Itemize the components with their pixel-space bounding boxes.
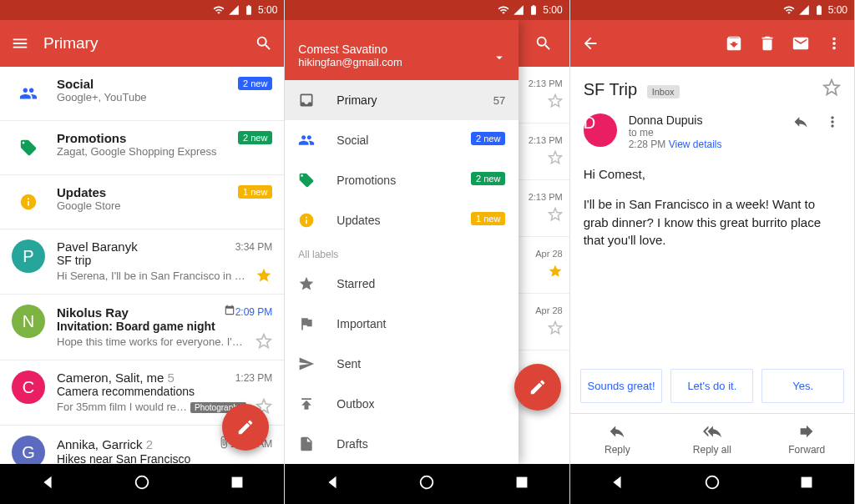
message-time: 1:23 PM xyxy=(235,372,273,384)
reply-icon-button[interactable] xyxy=(781,118,809,133)
mark-unread-button[interactable] xyxy=(791,33,811,53)
message-row[interactable]: NNikolus Ray 2:09 PMInvitation: Board ga… xyxy=(0,295,284,360)
info-icon xyxy=(12,185,45,219)
back-button[interactable] xyxy=(580,33,600,53)
bottom-actions: Reply Reply all Forward xyxy=(570,413,854,464)
category-promotions[interactable]: PromotionsZagat, Google Shopping Express… xyxy=(0,121,284,175)
drawer-item-social[interactable]: Social2 new xyxy=(285,120,519,160)
message-row[interactable]: PPavel Baranyk3:34 PMSF tripHi Serena, I… xyxy=(0,229,284,295)
message-preview: Hope this time works for everyone. I'm… xyxy=(57,335,250,348)
reply-all-action[interactable]: Reply all xyxy=(665,414,759,464)
category-sub: Google Store xyxy=(57,199,226,212)
smart-reply-button[interactable]: Sounds great! xyxy=(580,369,663,403)
calendar-icon xyxy=(224,305,235,320)
drawer-item-starred[interactable]: Starred xyxy=(285,264,519,304)
info-icon xyxy=(298,212,316,229)
sender-to: to me xyxy=(629,127,769,139)
star-button[interactable] xyxy=(548,320,563,339)
new-badge: 2 new xyxy=(238,131,272,144)
status-time: 5:00 xyxy=(543,4,562,16)
app-bar: Primary xyxy=(0,20,284,67)
star-button[interactable] xyxy=(548,264,563,282)
back-nav[interactable] xyxy=(323,473,341,495)
search-button[interactable] xyxy=(254,33,274,53)
status-bar: 5:00 xyxy=(285,0,569,20)
more-icon-button[interactable] xyxy=(812,118,841,133)
recent-nav[interactable] xyxy=(228,473,246,495)
drawer-item-important[interactable]: Important xyxy=(285,304,519,344)
account-email: hikingfan@gmail.com xyxy=(298,56,505,68)
battery-icon xyxy=(243,4,255,16)
smart-reply-button[interactable]: Yes. xyxy=(761,369,844,403)
svg-point-6 xyxy=(706,476,718,489)
outbox-icon xyxy=(298,396,316,412)
smart-reply-button[interactable]: Let's do it. xyxy=(670,369,753,403)
home-nav[interactable] xyxy=(417,473,436,495)
status-bar: 5:00 xyxy=(0,0,284,20)
star-button[interactable] xyxy=(255,267,272,284)
compose-fab[interactable] xyxy=(514,364,561,411)
sender-name: Donna Dupuis xyxy=(629,113,769,127)
drawer-item-promotions[interactable]: Promotions2 new xyxy=(285,160,519,200)
archive-button[interactable] xyxy=(724,33,744,53)
svg-rect-7 xyxy=(802,477,812,488)
view-details-link[interactable]: View details xyxy=(669,139,722,150)
obscured-time: Apr 28 xyxy=(535,249,562,259)
hamburger-icon xyxy=(11,34,29,53)
forward-action[interactable]: Forward xyxy=(760,414,854,464)
message-time: 3:34 PM xyxy=(235,241,273,253)
svg-rect-5 xyxy=(517,477,528,488)
account-dropdown[interactable] xyxy=(492,50,507,68)
sender-avatar[interactable]: C xyxy=(12,370,45,404)
status-time: 5:00 xyxy=(828,4,847,16)
reply-action[interactable]: Reply xyxy=(570,414,665,464)
reply-all-icon xyxy=(703,422,721,441)
status-bar: 5:00 xyxy=(570,0,854,20)
compose-fab[interactable] xyxy=(222,404,269,451)
battery-icon xyxy=(528,4,539,16)
recent-nav[interactable] xyxy=(513,473,531,495)
overflow-button[interactable] xyxy=(824,33,844,53)
search-icon xyxy=(534,34,553,53)
back-nav[interactable] xyxy=(608,473,626,495)
obscured-row: 2:13 PM xyxy=(518,123,569,180)
new-badge: 2 new xyxy=(238,77,272,90)
home-nav[interactable] xyxy=(133,473,151,495)
account-header[interactable]: Comest Savatino hikingfan@gmail.com xyxy=(285,20,519,80)
category-updates[interactable]: UpdatesGoogle Store1 new xyxy=(0,175,284,229)
sender-avatar[interactable]: D xyxy=(584,113,617,147)
category-social[interactable]: SocialGoogle+, YouTube2 new xyxy=(0,67,284,121)
star-button[interactable] xyxy=(548,93,563,112)
drawer-item-primary[interactable]: Primary57 xyxy=(285,80,519,120)
star-button[interactable] xyxy=(822,78,841,100)
folder-chip: Inbox xyxy=(647,85,680,98)
drawer-item-sent[interactable]: Sent xyxy=(285,344,519,384)
arrow-back-icon xyxy=(581,34,600,53)
sender-avatar[interactable]: N xyxy=(12,305,45,338)
recent-nav[interactable] xyxy=(797,473,816,495)
delete-button[interactable] xyxy=(757,33,777,53)
drawer-item-outbox[interactable]: Outbox xyxy=(285,384,519,424)
star-button[interactable] xyxy=(548,207,563,225)
drawer-item-updates[interactable]: Updates1 new xyxy=(285,200,519,240)
draft-icon xyxy=(298,436,316,452)
star-button[interactable] xyxy=(548,150,563,169)
sender-avatar[interactable]: P xyxy=(12,239,45,273)
drawer-label: Updates xyxy=(336,214,451,227)
status-time: 5:00 xyxy=(258,4,277,16)
back-nav[interactable] xyxy=(38,473,57,495)
reply-icon xyxy=(608,422,626,441)
search-button-visible[interactable] xyxy=(518,20,569,67)
category-title: Social xyxy=(57,77,226,91)
account-name: Comest Savatino xyxy=(298,43,505,56)
android-nav-bar xyxy=(570,464,854,504)
sender-avatar[interactable]: G xyxy=(12,436,45,464)
mail-icon xyxy=(792,34,810,53)
pencil-icon xyxy=(529,378,547,396)
star-button[interactable] xyxy=(255,333,272,350)
home-nav[interactable] xyxy=(703,473,721,495)
star-icon xyxy=(298,275,316,292)
sender-row: D Donna Dupuis to me 2:28 PM View detail… xyxy=(570,108,854,159)
menu-button[interactable] xyxy=(10,33,30,53)
drawer-item-drafts[interactable]: Drafts xyxy=(285,424,519,464)
